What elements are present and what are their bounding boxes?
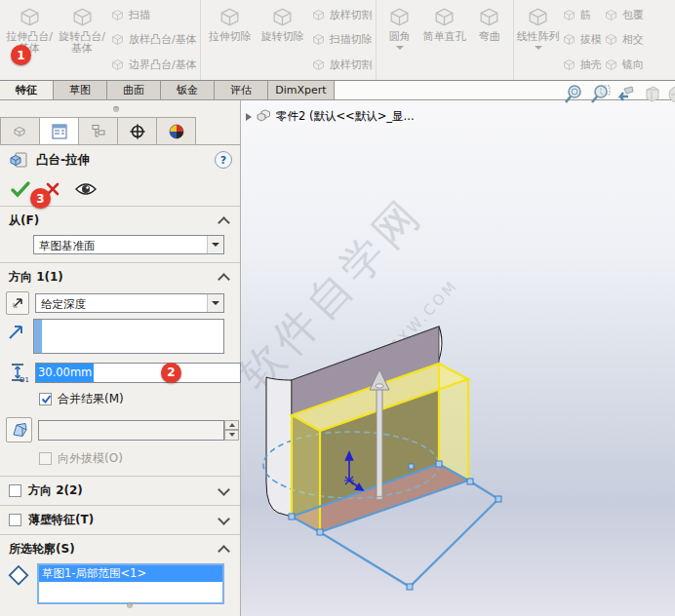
configuration-manager-tab[interactable]	[78, 117, 118, 144]
depth-input[interactable]: 30.00mm	[35, 363, 241, 383]
lofted-cut-button[interactable]: 放样切割	[309, 4, 373, 27]
from-section-header[interactable]: 从(F)	[0, 209, 240, 233]
linear-pattern-dropdown-caret[interactable]	[535, 46, 542, 50]
tab-evaluate[interactable]: 评估	[215, 81, 268, 99]
manager-tab-strip	[0, 117, 240, 145]
revolved-cut-button[interactable]: 旋转切除	[257, 0, 309, 80]
help-icon[interactable]: ?	[215, 151, 232, 169]
tab-surfaces[interactable]: 曲面	[107, 81, 161, 99]
draft-button[interactable]: 拔模	[560, 28, 602, 52]
flex-icon	[477, 5, 501, 29]
feature-manager-icon	[12, 123, 29, 140]
property-title-row: 凸台-拉伸 ?	[0, 145, 240, 174]
fillet-icon	[387, 5, 412, 29]
depth-dimension-icon: D1	[6, 362, 29, 383]
ribbon-item-label: 圆角	[389, 31, 411, 43]
ribbon-item-label: 旋转凸台/基体	[56, 31, 108, 55]
combo-arrow-icon[interactable]	[207, 294, 223, 312]
thin-feature-section-header[interactable]: 薄壁特征(T)	[0, 508, 240, 532]
d1-label: D1	[20, 376, 29, 383]
section-label: 所选轮廓(S)	[9, 541, 75, 558]
swept-cut-button[interactable]: 扫描切除	[309, 28, 373, 52]
fillet-dropdown-caret[interactable]	[396, 46, 404, 50]
flex-button[interactable]: 弯曲	[469, 0, 510, 80]
property-manager-panel: 凸台-拉伸 ? 3 从(F)	[0, 100, 241, 616]
section-view-icon[interactable]	[641, 83, 664, 106]
chevron-down-icon	[218, 483, 230, 496]
end-condition-select[interactable]: 给定深度	[35, 293, 224, 313]
merge-result-checkbox[interactable]	[39, 393, 52, 405]
selected-contours-section-header[interactable]: 所选轮廓(S)	[0, 537, 240, 561]
wrap-small-column: 包覆 相交 镜向	[602, 0, 644, 80]
zoom-fit-icon[interactable]	[562, 83, 585, 106]
ribbon-item-label: 放样切割	[330, 58, 373, 72]
ribbon-item-label: 镜向	[622, 58, 644, 72]
boss-small-column: 扫描 放样凸台/基体 边界凸台/基体	[108, 0, 197, 80]
ribbon-item-label: 简单直孔	[423, 31, 466, 43]
section-label: 从(F)	[9, 212, 39, 229]
simple-hole-button[interactable]: 简单直孔	[420, 0, 469, 80]
direction-reference-box[interactable]	[33, 319, 224, 354]
extruded-boss-button[interactable]: 拉伸凸台/基体 1	[3, 0, 56, 80]
reverse-direction-button[interactable]	[6, 291, 29, 315]
rib-button[interactable]: 筋	[560, 4, 602, 27]
tab-sheet-metal[interactable]: 钣金	[161, 81, 215, 99]
ribbon-item-label: 扫描切除	[330, 32, 373, 47]
property-manager-icon	[51, 123, 68, 140]
ribbon-item-label: 弯曲	[479, 31, 500, 43]
panel-splitter[interactable]	[0, 100, 240, 117]
lofted-boss-button[interactable]: 放样凸台/基体	[108, 28, 197, 52]
draft-angle-spinner[interactable]	[224, 420, 239, 441]
feature-manager-tab[interactable]	[0, 117, 40, 144]
selected-contours-list[interactable]: 草图1-局部范围<1>	[37, 563, 224, 604]
property-manager-tab[interactable]	[39, 117, 79, 144]
part-icon	[256, 109, 272, 124]
draft-onoff-button[interactable]	[6, 417, 32, 443]
panel-bottom-splitter-dot[interactable]	[127, 602, 133, 608]
tab-sketch[interactable]: 草图	[54, 81, 107, 99]
mirror-button[interactable]: 镜向	[602, 53, 644, 76]
previous-view-icon[interactable]	[615, 83, 638, 106]
contour-list-empty-row[interactable]	[39, 582, 222, 598]
ribbon-item-label: 线性阵列	[517, 31, 560, 43]
linear-pattern-button[interactable]: 线性阵列	[517, 0, 560, 80]
display-manager-tab[interactable]	[156, 117, 196, 144]
tab-features[interactable]: 特征	[0, 81, 54, 99]
rib-icon	[562, 8, 576, 22]
zoom-area-icon[interactable]	[588, 83, 612, 106]
ok-button[interactable]	[10, 179, 31, 199]
from-condition-select[interactable]: 草图基准面	[33, 235, 224, 254]
direction2-checkbox[interactable]	[9, 484, 21, 497]
tree-expand-icon[interactable]	[246, 113, 252, 121]
direction2-section-header[interactable]: 方向 2(2)	[0, 479, 240, 503]
depth-value: 30.00mm	[36, 364, 94, 382]
intersect-button[interactable]: 相交	[602, 28, 644, 52]
tab-dimxpert[interactable]: DimXpert	[268, 81, 335, 99]
view-orientation-icon[interactable]	[667, 83, 675, 106]
contour-list-item[interactable]: 草图1-局部范围<1>	[39, 565, 222, 582]
sweep-button[interactable]: 扫描	[108, 4, 197, 27]
command-manager-ribbon: 拉伸凸台/基体 1 旋转凸台/基体 扫描 放样凸台/基体 边界凸台/基体	[0, 0, 675, 80]
combo-arrow-icon[interactable]	[207, 236, 223, 253]
lofted-cut-icon	[311, 8, 326, 22]
lofted-cut-button-2[interactable]: 放样切割	[309, 53, 373, 76]
wrap-button[interactable]: 包覆	[602, 4, 644, 27]
fillet-button[interactable]: 圆角	[379, 0, 420, 80]
revolved-boss-icon	[70, 5, 95, 29]
model-scene: 软件自学网 WWW.RJZXW.COM	[241, 100, 675, 616]
display-manager-icon	[168, 123, 185, 140]
dimxpert-manager-tab[interactable]	[117, 117, 157, 144]
preview-eye-icon[interactable]	[74, 181, 98, 197]
main-area: 凸台-拉伸 ? 3 从(F)	[0, 100, 675, 616]
extruded-cut-button[interactable]: 拉伸切除	[204, 0, 257, 80]
boundary-boss-button[interactable]: 边界凸台/基体	[108, 53, 197, 76]
tree-item-label[interactable]: 零件2 (默认<<默认>_显...	[276, 109, 415, 124]
draft-onoff-icon	[10, 421, 29, 439]
graphics-viewport[interactable]: 零件2 (默认<<默认>_显... 软件自学网 WWW.RJZXW.COM	[241, 100, 675, 616]
shell-button[interactable]: 抽壳	[560, 53, 602, 76]
direction1-section-header[interactable]: 方向 1(1)	[0, 265, 240, 289]
revolved-boss-button[interactable]: 旋转凸台/基体	[56, 0, 108, 80]
thin-feature-checkbox[interactable]	[9, 514, 21, 526]
chevron-down-icon	[218, 513, 230, 525]
feature-tree-overlay: 零件2 (默认<<默认>_显...	[246, 109, 415, 124]
